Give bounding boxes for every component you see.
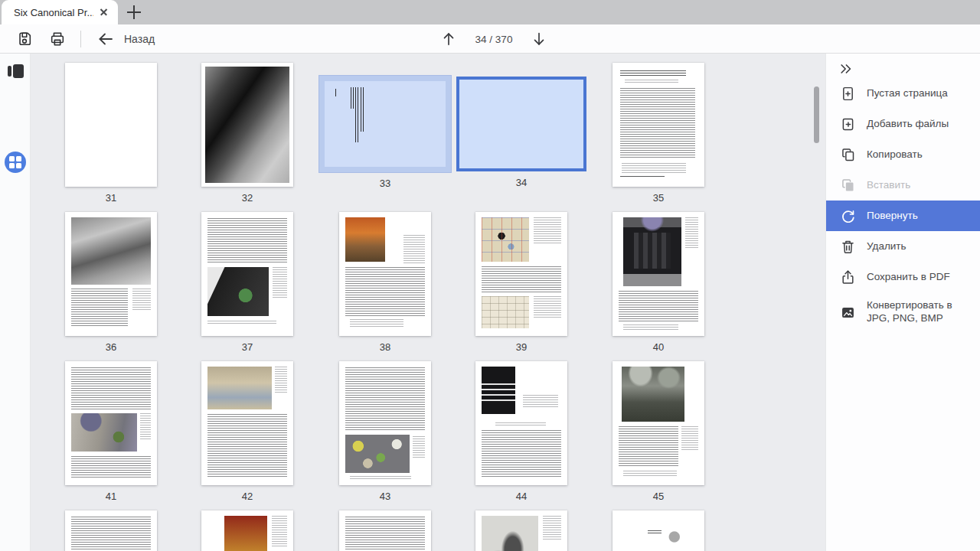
page-thumbnail-35[interactable]: 35 bbox=[612, 63, 704, 204]
toggle-panel-icon[interactable] bbox=[8, 64, 24, 78]
menu-item-label: Добавить файлы bbox=[867, 118, 955, 131]
page-number: 33 bbox=[319, 178, 451, 189]
document-tab[interactable]: Six Canonical Pr... bbox=[2, 0, 118, 24]
page-number: 38 bbox=[339, 341, 431, 353]
print-icon bbox=[49, 31, 66, 47]
menu-item-delete[interactable]: Удалить bbox=[826, 231, 980, 262]
thumbnail-grid: 31 32 33 34 35 bbox=[31, 54, 825, 551]
menu-item-rotate[interactable]: Повернуть bbox=[826, 201, 980, 231]
menu-item-label: Удалить bbox=[867, 240, 913, 253]
arrow-left-icon bbox=[96, 30, 115, 48]
tab-bar: Six Canonical Pr... bbox=[0, 0, 980, 24]
delete-icon bbox=[840, 239, 856, 255]
page-thumbnail-40[interactable]: 40 bbox=[612, 212, 704, 353]
back-label: Назад bbox=[124, 33, 155, 45]
page-thumbnail-38[interactable]: 38 bbox=[339, 212, 431, 353]
menu-item-add-files[interactable]: Добавить файлы bbox=[826, 109, 980, 139]
menu-item-blank-page[interactable]: Пустая страница bbox=[826, 78, 980, 109]
page-thumbnail-41[interactable]: 41 bbox=[65, 361, 157, 502]
arrow-up-icon[interactable] bbox=[440, 31, 457, 47]
page-number: 42 bbox=[201, 491, 293, 502]
page-number: 37 bbox=[201, 341, 293, 353]
page-actions-menu: Пустая страница Добавить файлы Копироват… bbox=[826, 78, 980, 332]
right-panel: Пустая страница Добавить файлы Копироват… bbox=[825, 54, 980, 551]
page-thumbnail-44[interactable]: 44 bbox=[475, 361, 567, 502]
blank-page-icon bbox=[840, 86, 856, 102]
menu-item-label: Копировать bbox=[867, 148, 929, 161]
page-number: 36 bbox=[65, 341, 157, 353]
page-thumbnail-43[interactable]: 43 bbox=[339, 361, 431, 502]
menu-item-label: Пустая страница bbox=[867, 87, 954, 100]
print-button[interactable] bbox=[49, 31, 66, 47]
page-number: 32 bbox=[201, 192, 293, 204]
page-number: 39 bbox=[475, 341, 567, 353]
new-tab-button[interactable] bbox=[127, 5, 141, 19]
page-thumbnail-31[interactable]: 31 bbox=[65, 63, 157, 204]
convert-image-icon bbox=[840, 305, 856, 321]
page-thumbnail-42[interactable]: 42 bbox=[201, 361, 293, 502]
arrow-down-icon[interactable] bbox=[531, 31, 547, 47]
page-thumbnail-34-current[interactable]: 34 bbox=[456, 77, 586, 188]
page-number: 40 bbox=[612, 341, 704, 353]
menu-item-label: Вставить bbox=[867, 179, 916, 192]
page-thumbnail-47[interactable] bbox=[201, 510, 293, 551]
menu-item-copy[interactable]: Копировать bbox=[826, 139, 980, 170]
page-thumbnail-50[interactable] bbox=[612, 510, 704, 551]
page-thumbnail-46[interactable] bbox=[65, 510, 157, 551]
save-pdf-icon bbox=[840, 269, 856, 285]
copy-icon bbox=[840, 147, 856, 163]
back-button[interactable]: Назад bbox=[96, 24, 155, 54]
chevrons-right-icon bbox=[838, 61, 854, 77]
vertical-scrollbar[interactable] bbox=[814, 86, 819, 143]
collapse-panel-button[interactable] bbox=[838, 61, 854, 77]
menu-item-label: Повернуть bbox=[867, 210, 924, 223]
page-thumbnail-49[interactable] bbox=[475, 510, 567, 551]
page-number: 45 bbox=[612, 491, 704, 502]
menu-item-convert[interactable]: Конвертировать в JPG, PNG, BMP bbox=[826, 292, 980, 332]
page-number: 44 bbox=[475, 491, 567, 502]
page-indicator: 34 / 370 bbox=[457, 34, 531, 45]
page-number: 34 bbox=[456, 177, 586, 188]
save-button[interactable] bbox=[16, 31, 33, 47]
page-thumbnail-45[interactable]: 45 bbox=[612, 361, 704, 502]
tab-close-icon[interactable] bbox=[98, 6, 110, 18]
left-sidebar bbox=[0, 54, 31, 551]
menu-item-label: Сохранить в PDF bbox=[867, 271, 956, 284]
page-thumbnail-48[interactable] bbox=[339, 510, 431, 551]
thumbnail-view-icon[interactable] bbox=[5, 152, 26, 173]
page-thumbnail-32[interactable]: 32 bbox=[201, 63, 293, 204]
page-number: 43 bbox=[339, 491, 431, 502]
page-navigation: 34 / 370 bbox=[440, 24, 547, 54]
page-thumbnail-33-selected[interactable]: 33 bbox=[319, 76, 451, 189]
menu-item-label: Конвертировать в JPG, PNG, BMP bbox=[867, 299, 980, 325]
save-icon bbox=[16, 31, 33, 47]
tab-title: Six Canonical Pr... bbox=[14, 7, 93, 18]
page-thumbnail-36[interactable]: 36 bbox=[65, 212, 157, 353]
menu-item-paste: Вставить bbox=[826, 170, 980, 201]
page-number: 35 bbox=[612, 192, 704, 204]
page-number: 41 bbox=[65, 491, 157, 502]
paste-icon bbox=[840, 178, 856, 194]
toolbar-divider bbox=[80, 31, 81, 47]
rotate-icon bbox=[840, 208, 856, 224]
menu-item-save-pdf[interactable]: Сохранить в PDF bbox=[826, 262, 980, 292]
add-files-icon bbox=[840, 116, 856, 132]
toolbar: Назад 34 / 370 bbox=[0, 24, 980, 54]
page-number: 31 bbox=[65, 192, 157, 204]
page-thumbnail-37[interactable]: 37 bbox=[201, 212, 293, 353]
page-thumbnail-39[interactable]: 39 bbox=[475, 212, 567, 353]
